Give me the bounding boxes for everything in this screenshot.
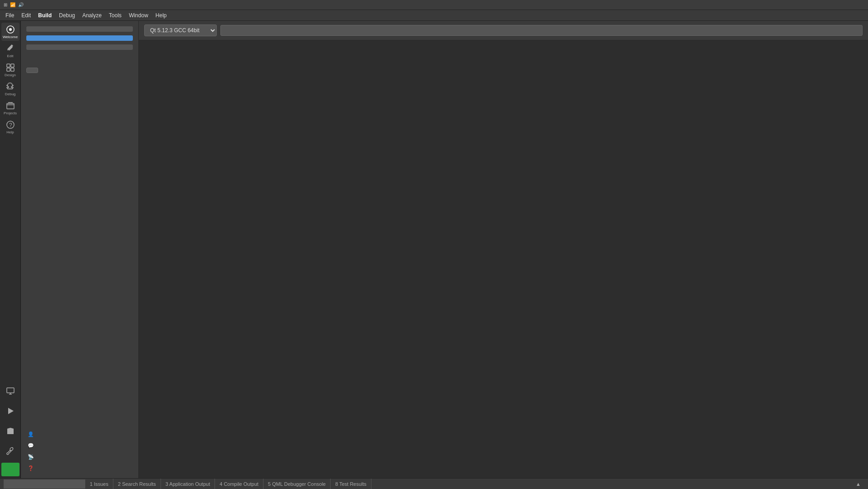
svg-rect-5 — [11, 68, 14, 71]
sidebar-wrench-icon[interactable] — [1, 442, 20, 460]
examples-grid — [139, 40, 868, 478]
status-compile-output[interactable]: 4 Compile Output — [215, 479, 263, 489]
left-panel: 👤 💬 📡 ❓ — [21, 21, 139, 478]
sidebar-item-debug[interactable]: Debug — [1, 80, 20, 98]
svg-rect-3 — [11, 64, 14, 67]
qt-account-link[interactable]: 👤 — [26, 430, 133, 439]
network-icon: ⊞ — [4, 2, 7, 7]
menu-debug[interactable]: Debug — [55, 11, 78, 20]
svg-rect-9 — [7, 388, 14, 393]
svg-marker-10 — [8, 408, 14, 414]
bottom-links: 👤 💬 📡 ❓ — [26, 430, 133, 473]
sidebar-item-help[interactable]: ? Help — [1, 118, 20, 136]
statusbar: 1 Issues 2 Search Results 3 Application … — [0, 478, 868, 489]
locate-input[interactable] — [4, 479, 85, 489]
sidebar-play-icon[interactable] — [1, 402, 20, 420]
status-qml-debugger[interactable]: 5 QML Debugger Console — [263, 479, 331, 489]
sidebar-item-projects[interactable]: Projects — [1, 99, 20, 117]
bottom-actions — [1, 380, 20, 462]
sidebar-item-design[interactable]: Design — [1, 61, 20, 79]
right-content: Qt 5.12.3 GCC 64bit Qt 5.12.3 MSVC 64bit — [139, 21, 868, 478]
sidebar-help-label: Help — [6, 130, 14, 134]
svg-point-1 — [9, 28, 12, 31]
sidebar-item-welcome[interactable]: Welcome — [1, 23, 20, 41]
tutorials-button[interactable] — [26, 44, 133, 50]
menu-help[interactable]: Help — [152, 11, 171, 20]
status-test-results[interactable]: 8 Test Results — [331, 479, 371, 489]
get-started-button[interactable] — [26, 68, 38, 73]
sidebar-monitor-icon[interactable] — [1, 382, 20, 400]
sidebar-welcome-label: Welcome — [3, 35, 18, 39]
person-icon: 👤 — [28, 431, 34, 437]
sidebar-design-label: Design — [5, 73, 16, 77]
left-sidebar: Welcome Edit Design Debug Projects ? Hel… — [0, 21, 21, 478]
status-app-output[interactable]: 3 Application Output — [161, 479, 215, 489]
sidebar-stop-icon[interactable] — [1, 422, 20, 440]
wifi-icon: 📶 — [10, 2, 15, 7]
examples-button[interactable] — [26, 35, 133, 41]
user-guide-link[interactable]: ❓ — [26, 464, 133, 473]
new-to-qt-section — [26, 61, 133, 73]
titlebar-icons: ⊞ 📶 🔊 — [4, 2, 26, 7]
examples-toolbar: Qt 5.12.3 GCC 64bit Qt 5.12.3 MSVC 64bit — [139, 21, 868, 40]
svg-text:?: ? — [9, 122, 12, 128]
online-community-link[interactable]: 💬 — [26, 441, 133, 450]
svg-rect-6 — [7, 103, 14, 109]
main-layout: Welcome Edit Design Debug Projects ? Hel… — [0, 21, 868, 478]
svg-marker-11 — [7, 428, 14, 434]
menu-window[interactable]: Window — [125, 11, 152, 20]
sidebar-edit-label: Edit — [7, 54, 14, 58]
content-area: 👤 💬 📡 ❓ — [21, 21, 868, 478]
status-issues[interactable]: 1 Issues — [85, 479, 113, 489]
rss-icon: 📡 — [28, 454, 34, 460]
titlebar: ⊞ 📶 🔊 — [0, 0, 868, 10]
sidebar-debug-label: Debug — [5, 92, 16, 96]
qc-badge[interactable] — [1, 463, 20, 476]
menu-edit[interactable]: Edit — [18, 11, 34, 20]
projects-button[interactable] — [26, 26, 133, 32]
status-search-results[interactable]: 2 Search Results — [113, 479, 161, 489]
qt-version-select[interactable]: Qt 5.12.3 GCC 64bit Qt 5.12.3 MSVC 64bit — [144, 24, 217, 36]
sidebar-projects-label: Projects — [4, 111, 17, 115]
help-icon: ❓ — [28, 465, 34, 471]
chat-icon: 💬 — [28, 443, 34, 449]
menu-analyze[interactable]: Analyze — [78, 11, 105, 20]
blogs-link[interactable]: 📡 — [26, 453, 133, 461]
menu-build[interactable]: Build — [34, 11, 55, 20]
menu-tools[interactable]: Tools — [105, 11, 125, 20]
svg-rect-2 — [7, 64, 10, 67]
volume-icon: 🔊 — [18, 2, 24, 7]
search-input[interactable] — [220, 25, 863, 36]
status-expand-icon[interactable]: ▲ — [856, 481, 864, 487]
menubar: File Edit Build Debug Analyze Tools Wind… — [0, 10, 868, 21]
sidebar-item-edit[interactable]: Edit — [1, 42, 20, 60]
menu-file[interactable]: File — [2, 11, 18, 20]
svg-rect-4 — [7, 68, 10, 71]
